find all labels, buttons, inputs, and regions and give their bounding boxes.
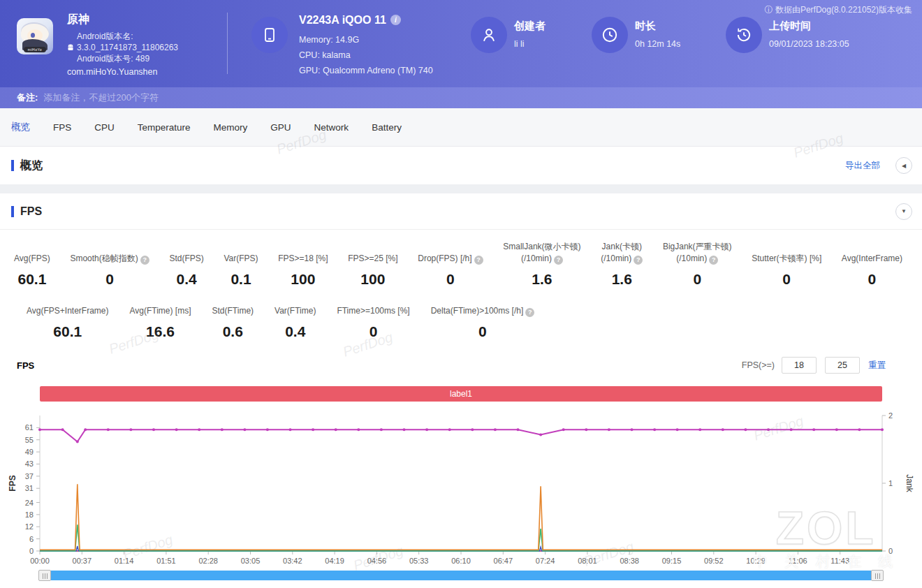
perfdog-report-page: miHoYo 原神 Android版本名: 3.3.0_11741873_118…: [0, 0, 922, 588]
tab-1[interactable]: FPS: [53, 122, 71, 133]
series-marker: [175, 428, 178, 431]
stat-value: 0: [842, 271, 902, 297]
help-icon[interactable]: ?: [525, 308, 534, 317]
series-marker: [312, 428, 314, 431]
svg-text:6: 6: [29, 535, 34, 543]
series-marker: [403, 428, 406, 431]
help-icon[interactable]: ?: [474, 256, 483, 265]
series-marker: [539, 434, 542, 436]
clock-icon: [601, 26, 619, 44]
device-memory: Memory: 14.9G: [299, 35, 359, 45]
export-all-link[interactable]: 导出全部: [845, 160, 880, 172]
stat-avg-ftime-ms-: Avg(FTime) [ms]16.6: [129, 304, 191, 350]
fps-threshold-label: FPS(>=): [742, 360, 775, 370]
svg-text:FPS: FPS: [8, 475, 17, 491]
help-icon[interactable]: ?: [709, 256, 718, 265]
svg-text:18: 18: [25, 510, 34, 519]
upload-value: 09/01/2023 18:23:05: [769, 39, 849, 49]
fps-stats-row-2: Avg(FPS+InterFrame)60.1Avg(FTime) [ms]16…: [0, 297, 922, 350]
help-icon[interactable]: ?: [634, 256, 643, 265]
tab-4[interactable]: Memory: [214, 122, 248, 133]
chart-annotation-bar: label1: [40, 386, 882, 402]
device-cpu: CPU: kalama: [299, 50, 351, 60]
stat-value: 1.6: [601, 271, 643, 297]
stat-value: 0.4: [275, 323, 316, 350]
collapse-left-button[interactable]: ◀: [895, 157, 912, 174]
duration-icon-circle: [592, 17, 628, 53]
fps-threshold-max-input[interactable]: [825, 357, 860, 374]
series-marker: [129, 428, 132, 431]
app-name: 原神: [67, 13, 89, 27]
stat-value: 0: [431, 323, 535, 350]
source-note: ⓘ 数据由PerfDog(8.0.221052)版本收集: [765, 4, 912, 16]
stat-label: Avg(FTime) [ms]: [129, 304, 191, 317]
scrollbar-handle-left[interactable]: [38, 570, 51, 581]
svg-text:04:19: 04:19: [325, 557, 344, 565]
collapse-down-button[interactable]: ▼: [895, 203, 912, 220]
android-icon: [66, 43, 75, 52]
svg-text:09:52: 09:52: [704, 557, 724, 565]
tab-0[interactable]: 概览: [11, 121, 30, 133]
help-icon[interactable]: ?: [554, 256, 563, 265]
series-marker: [221, 428, 224, 431]
tab-6[interactable]: Network: [314, 122, 349, 133]
android-version-value: 3.3.0_11741873_11806263: [77, 43, 178, 52]
app-meta: Android版本名: 3.3.0_11741873_11806263 Andr…: [77, 31, 178, 64]
svg-text:04:56: 04:56: [367, 557, 387, 565]
stat-avg-interframe-: Avg(InterFrame)0: [842, 241, 902, 297]
stat-bigjank-: BigJank(严重卡顿)(/10min)?0: [663, 241, 732, 297]
chart-scrollbar-track[interactable]: [40, 571, 882, 580]
header: miHoYo 原神 Android版本名: 3.3.0_11741873_118…: [0, 0, 922, 87]
reset-link[interactable]: 重置: [868, 360, 886, 372]
tab-7[interactable]: Battery: [372, 122, 402, 133]
svg-text:12: 12: [25, 522, 34, 531]
svg-text:00:00: 00:00: [30, 557, 50, 565]
series-marker: [744, 428, 747, 431]
stat-var-fps-: Var(FPS)0.1: [224, 241, 258, 297]
stat-label: SmallJank(微小卡顿)(/10min)?: [503, 241, 580, 265]
series-marker: [152, 428, 155, 431]
stat-var-ftime-: Var(FTime)0.4: [275, 304, 316, 350]
android-build-label: Android版本号: 489: [77, 53, 178, 64]
tab-5[interactable]: GPU: [270, 122, 291, 133]
series-marker: [471, 428, 474, 431]
note-input-placeholder[interactable]: 添加备注，不超过200个字符: [43, 91, 159, 104]
stat-value: 0: [418, 271, 483, 297]
stat-value: 16.6: [129, 323, 191, 350]
person-icon: [480, 26, 498, 44]
series-marker: [494, 428, 497, 431]
series-marker: [676, 428, 679, 431]
app-icon-caption: miHoYo: [24, 47, 46, 52]
svg-text:61: 61: [25, 423, 34, 432]
series-marker: [585, 428, 587, 431]
scrollbar-handle-right[interactable]: [871, 570, 884, 581]
svg-text:11:06: 11:06: [789, 557, 807, 565]
svg-text:03:05: 03:05: [241, 557, 261, 565]
creator-label: 创建者: [514, 20, 546, 33]
stat-drop-fps-h-: Drop(FPS) [/h]?0: [418, 241, 483, 297]
fps-chart[interactable]: label1 0612182431374349556101200:0000:37…: [0, 381, 922, 571]
tab-3[interactable]: Temperature: [138, 122, 191, 133]
series-marker: [790, 428, 793, 431]
stat-label: Avg(FPS+InterFrame): [27, 304, 108, 317]
stat-std-ftime-: Std(FTime)0.6: [212, 304, 254, 350]
series-marker: [380, 428, 383, 431]
stat-label: FTime>=100ms [%]: [337, 304, 409, 317]
device-info-icon[interactable]: i: [390, 15, 401, 25]
help-icon[interactable]: ?: [140, 256, 149, 265]
svg-text:01:51: 01:51: [156, 557, 176, 565]
stat-value: 0.1: [224, 271, 258, 297]
stat-value: 0: [752, 271, 821, 297]
series-marker: [107, 428, 110, 431]
note-strip[interactable]: 备注: 添加备注，不超过200个字符: [0, 87, 922, 108]
fps-line-chart[interactable]: 0612182431374349556101200:0000:3701:1401…: [0, 406, 922, 569]
series-marker: [812, 428, 815, 431]
tab-2[interactable]: CPU: [94, 122, 115, 133]
series-marker: [881, 428, 884, 431]
stat-value: 1.6: [503, 271, 580, 297]
fps-threshold-min-input[interactable]: [782, 357, 817, 374]
svg-text:1: 1: [888, 479, 893, 487]
series-marker: [517, 428, 520, 431]
stat-std-fps-: Std(FPS)0.4: [169, 241, 203, 297]
stat-value: 60.1: [27, 323, 108, 350]
